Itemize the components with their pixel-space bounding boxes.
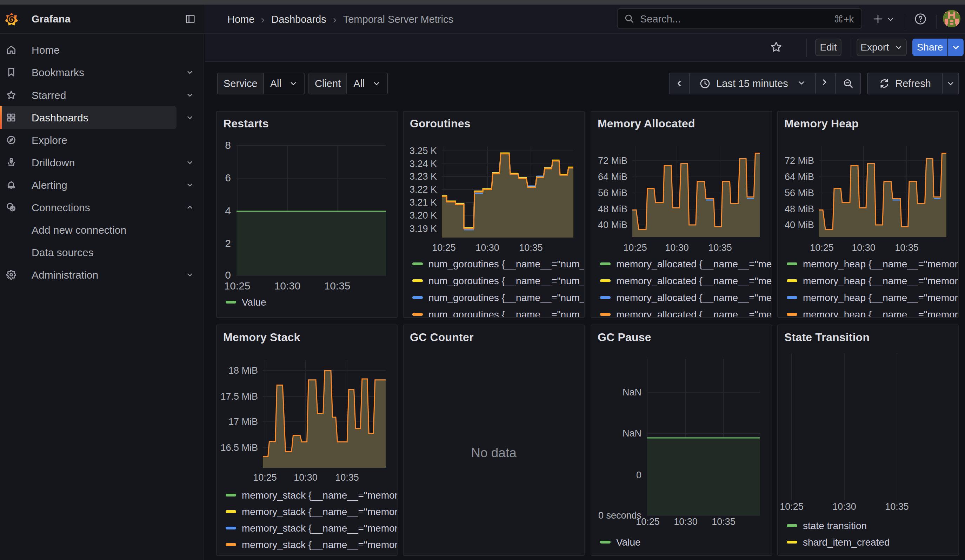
svg-text:3.20 K: 3.20 K [409,210,437,221]
svg-text:10:35: 10:35 [324,280,350,292]
svg-text:NaN: NaN [623,428,641,439]
svg-text:10:30: 10:30 [833,501,856,512]
svg-text:0: 0 [225,269,231,281]
svg-text:18 MiB: 18 MiB [229,365,258,376]
svg-text:4: 4 [225,205,231,217]
svg-text:40 MiB: 40 MiB [785,220,814,230]
svg-text:48 MiB: 48 MiB [598,204,627,214]
svg-text:56 MiB: 56 MiB [598,188,627,198]
svg-text:10:25: 10:25 [636,516,660,527]
svg-text:NaN: NaN [623,387,641,398]
svg-text:0: 0 [636,470,641,480]
svg-text:10:25: 10:25 [253,472,277,483]
svg-text:0 seconds: 0 seconds [598,510,641,521]
svg-text:17 MiB: 17 MiB [229,416,258,427]
svg-text:3.21 K: 3.21 K [409,197,437,208]
svg-text:17.5 MiB: 17.5 MiB [220,391,258,402]
svg-text:72 MiB: 72 MiB [785,155,814,166]
svg-text:10:30: 10:30 [674,516,698,527]
svg-text:10:35: 10:35 [708,242,732,253]
svg-text:3.23 K: 3.23 K [409,171,437,182]
svg-text:72 MiB: 72 MiB [598,155,627,166]
svg-text:10:25: 10:25 [224,280,250,292]
svg-text:10:25: 10:25 [432,242,456,253]
svg-text:10:35: 10:35 [885,501,909,512]
svg-text:3.25 K: 3.25 K [409,145,437,156]
svg-text:3.19 K: 3.19 K [409,224,437,234]
svg-text:10:35: 10:35 [895,242,919,253]
svg-text:3.24 K: 3.24 K [409,158,437,169]
svg-text:64 MiB: 64 MiB [785,171,814,182]
svg-text:10:35: 10:35 [335,472,359,483]
svg-text:2: 2 [225,238,231,249]
svg-text:10:30: 10:30 [476,242,499,253]
svg-text:10:25: 10:25 [623,242,647,253]
svg-text:10:25: 10:25 [810,242,834,253]
svg-text:48 MiB: 48 MiB [785,204,814,214]
svg-text:16.5 MiB: 16.5 MiB [220,442,258,453]
svg-text:10:30: 10:30 [852,242,875,253]
svg-text:10:30: 10:30 [274,280,300,292]
svg-text:10:25: 10:25 [780,501,803,512]
svg-text:10:30: 10:30 [294,472,317,483]
svg-text:8: 8 [225,139,231,151]
svg-text:10:35: 10:35 [711,516,736,527]
svg-text:10:30: 10:30 [665,242,689,253]
svg-text:56 MiB: 56 MiB [785,188,814,198]
svg-text:40 MiB: 40 MiB [598,220,627,230]
svg-text:6: 6 [225,172,231,183]
svg-text:3.22 K: 3.22 K [409,184,437,195]
svg-text:10:35: 10:35 [519,242,543,253]
svg-text:64 MiB: 64 MiB [598,171,627,182]
